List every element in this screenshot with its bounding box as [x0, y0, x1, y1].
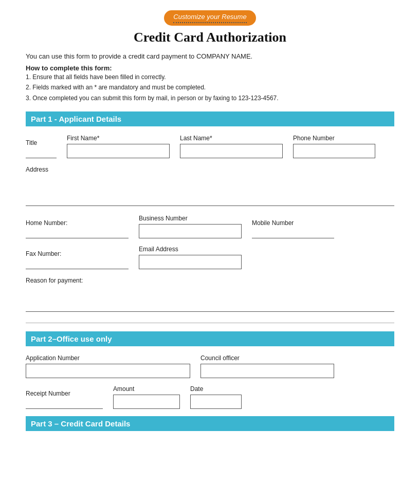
faxnumber-input[interactable]	[26, 259, 129, 269]
homenumber-label: Home Number:	[26, 219, 129, 227]
mobilenumber-group: Mobile Number	[252, 219, 334, 238]
receipt-group: Receipt Number	[26, 390, 103, 409]
mobilenumber-input[interactable]	[252, 229, 334, 238]
firstname-group: First Name*	[67, 135, 170, 158]
title-group: Title	[26, 139, 57, 158]
date-input[interactable]	[190, 395, 242, 409]
receipt-amount-date-row: Receipt Number Amount Date	[26, 385, 394, 409]
address-label: Address	[26, 166, 48, 173]
divider	[26, 323, 394, 323]
customize-btn[interactable]: Customize your Resume	[164, 10, 255, 26]
phone-label: Phone Number	[293, 135, 375, 142]
appnum-council-row: Application Number Council officer	[26, 354, 394, 378]
address-input[interactable]	[26, 175, 394, 206]
address-section: Address	[26, 165, 394, 208]
lastname-input[interactable]	[180, 144, 283, 158]
appnum-input[interactable]	[26, 364, 190, 378]
homenumber-group: Home Number:	[26, 219, 129, 238]
faxnumber-label: Fax Number:	[26, 250, 129, 257]
appnum-label: Application Number	[26, 354, 190, 362]
numbers-row: Home Number: Business Number Mobile Numb…	[26, 215, 394, 238]
how-to-step3: 3. Once completed you can submit this fo…	[26, 93, 394, 103]
how-to-label: How to complete this form:	[26, 64, 112, 72]
amount-label: Amount	[113, 385, 180, 393]
lastname-group: Last Name*	[180, 135, 283, 158]
name-row: Title First Name* Last Name* Phone Numbe…	[26, 135, 394, 158]
lastname-label: Last Name*	[180, 135, 283, 142]
amount-group: Amount	[113, 385, 180, 409]
emailaddress-group: Email Address	[139, 246, 242, 269]
receipt-input[interactable]	[26, 399, 103, 409]
intro-text: You can use this form to provide a credi…	[26, 52, 394, 60]
firstname-label: First Name*	[67, 135, 170, 142]
receipt-label: Receipt Number	[26, 390, 103, 397]
amount-input[interactable]	[113, 395, 180, 409]
emailaddress-label: Email Address	[139, 246, 242, 253]
faxnumber-group: Fax Number:	[26, 250, 129, 269]
appnum-group: Application Number	[26, 354, 190, 378]
date-label: Date	[190, 385, 242, 393]
reason-label: Reason for payment:	[26, 277, 83, 284]
businessnumber-group: Business Number	[139, 215, 242, 238]
form-title: Credit Card Authorization	[26, 30, 394, 45]
firstname-input[interactable]	[67, 144, 170, 158]
title-input[interactable]	[26, 148, 57, 158]
fax-email-row: Fax Number: Email Address	[26, 246, 394, 269]
reason-section: Reason for payment:	[26, 276, 394, 313]
phone-group: Phone Number	[293, 135, 375, 158]
emailaddress-input[interactable]	[139, 255, 242, 269]
reason-input[interactable]	[26, 286, 394, 312]
part2-header: Part 2–Office use only	[26, 331, 394, 346]
part3-header: Part 3 – Credit Card Details	[26, 416, 394, 431]
how-to-section: How to complete this form: 1. Ensure tha…	[26, 64, 394, 103]
phone-input[interactable]	[293, 144, 375, 158]
businessnumber-label: Business Number	[139, 215, 242, 222]
mobilenumber-label: Mobile Number	[252, 219, 334, 227]
title-label: Title	[26, 139, 57, 146]
date-group: Date	[190, 385, 242, 409]
homenumber-input[interactable]	[26, 229, 129, 238]
page: Customize your Resume Credit Card Author…	[0, 0, 420, 504]
council-input[interactable]	[200, 364, 334, 378]
council-label: Council officer	[200, 354, 334, 362]
businessnumber-input[interactable]	[139, 224, 242, 238]
how-to-step2: 2. Fields marked with an * are mandatory…	[26, 82, 394, 92]
council-group: Council officer	[200, 354, 334, 378]
part1-header: Part 1 - Applicant Details	[26, 111, 394, 126]
how-to-step1: 1. Ensure that all fields have been fill…	[26, 72, 394, 82]
